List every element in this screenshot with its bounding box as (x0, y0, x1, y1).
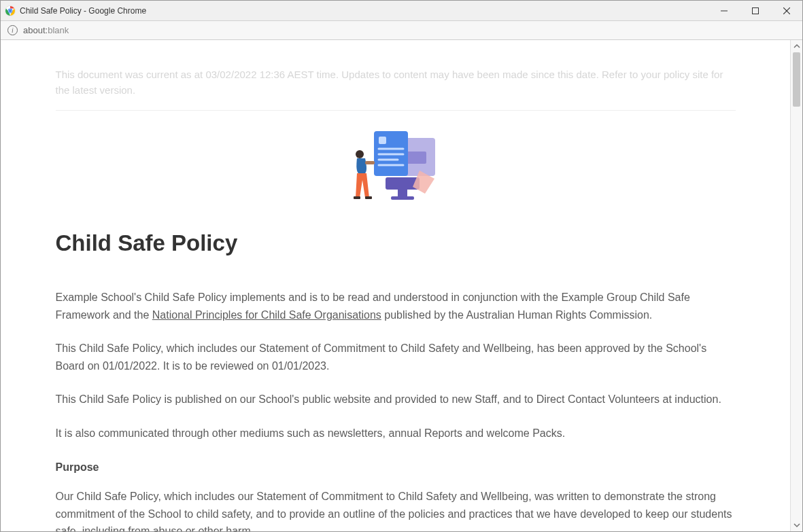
window-close-button[interactable] (771, 1, 802, 21)
scroll-track[interactable] (791, 52, 802, 519)
paragraph-publication: This Child Safe Policy is published on o… (56, 391, 736, 408)
paragraph-approval: This Child Safe Policy, which includes o… (56, 340, 736, 374)
window-titlebar: Child Safe Policy - Google Chrome (1, 1, 802, 21)
paragraph-communication: It is also communicated through other me… (56, 425, 736, 442)
vertical-scrollbar[interactable] (790, 40, 802, 531)
address-bar[interactable]: i about:blank (1, 21, 802, 40)
page-viewport: This document was current as at 03/02/20… (1, 40, 790, 531)
svg-rect-11 (379, 137, 386, 144)
svg-rect-21 (354, 196, 360, 199)
svg-rect-22 (365, 196, 372, 199)
window-maximize-button[interactable] (740, 1, 771, 21)
window-minimize-button[interactable] (708, 1, 740, 21)
disclaimer-text: This document was current as at 03/02/20… (56, 67, 736, 111)
document-page: This document was current as at 03/02/20… (56, 40, 736, 531)
svg-rect-20 (365, 161, 375, 164)
paragraph-intro: Example School's Child Safe Policy imple… (56, 289, 736, 323)
content-area: This document was current as at 03/02/20… (1, 40, 802, 531)
svg-rect-17 (398, 190, 407, 196)
scroll-down-arrow-icon[interactable] (791, 519, 802, 531)
browser-window: Child Safe Policy - Google Chrome i abou… (0, 0, 803, 532)
svg-point-3 (9, 9, 12, 12)
national-principles-link[interactable]: National Principles for Child Safe Organ… (152, 309, 381, 321)
paragraph-purpose: Our Child Safe Policy, which includes ou… (56, 488, 736, 531)
document-body: Example School's Child Safe Policy imple… (56, 289, 736, 531)
chrome-favicon (5, 5, 16, 16)
window-title: Child Safe Policy - Google Chrome (20, 6, 146, 16)
svg-rect-18 (391, 196, 414, 200)
scroll-thumb[interactable] (793, 52, 800, 107)
svg-point-19 (356, 150, 364, 158)
site-info-icon[interactable]: i (7, 25, 18, 35)
hero-illustration (56, 118, 736, 219)
url-text: about:blank (23, 25, 69, 35)
scroll-up-arrow-icon[interactable] (791, 40, 802, 52)
svg-rect-5 (753, 7, 759, 14)
page-title: Child Safe Policy (56, 230, 736, 256)
heading-purpose: Purpose (56, 459, 736, 476)
